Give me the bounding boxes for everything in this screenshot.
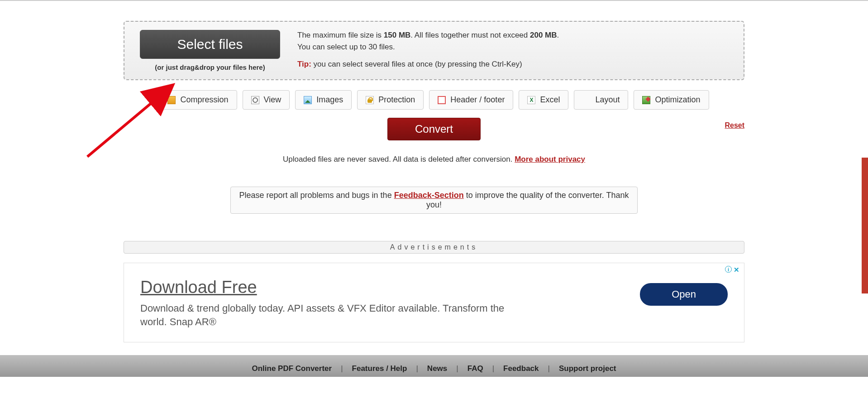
option-tabs: Compression View Images Protection Heade…: [124, 90, 744, 110]
tab-layout[interactable]: Layout: [574, 90, 628, 110]
footer-link[interactable]: Feedback: [503, 364, 539, 373]
feedback-link[interactable]: Feedback-Section: [394, 191, 464, 200]
tab-label: Compression: [180, 95, 228, 105]
main-container: Select files (or just drag&drop your fil…: [124, 21, 744, 342]
tip-line: Tip: you can select several files at onc…: [297, 59, 559, 70]
tab-label: Excel: [540, 95, 560, 105]
upload-info: The maximum file size is 150 MB. All fil…: [285, 30, 559, 70]
tab-view[interactable]: View: [243, 90, 290, 110]
footer-link[interactable]: Support project: [559, 364, 616, 373]
ad-close-icon[interactable]: ✕: [734, 266, 739, 274]
footer-link[interactable]: Online PDF Converter: [252, 364, 332, 373]
ad-description: Download & trend globally today. API ass…: [140, 302, 529, 328]
ad-banner[interactable]: i ✕ Download Free Download & trend globa…: [124, 263, 744, 342]
tab-images[interactable]: Images: [295, 90, 352, 110]
view-icon: [251, 96, 259, 104]
tip-label: Tip:: [297, 60, 311, 68]
drag-drop-hint: (or just drag&drop your files here): [135, 63, 285, 71]
select-files-button[interactable]: Select files: [140, 30, 280, 59]
tab-header-footer[interactable]: Header / footer: [429, 90, 513, 110]
protection-icon: [366, 96, 374, 104]
layout-icon: [582, 96, 591, 104]
ad-content: Download Free Download & trend globally …: [140, 278, 529, 328]
ad-open-button[interactable]: Open: [640, 283, 728, 306]
ad-controls: i ✕: [725, 266, 739, 274]
optimization-icon: [642, 96, 650, 104]
footer-nav: Online PDF Converter| Features / Help| N…: [0, 364, 868, 373]
header-footer-icon: [438, 96, 446, 104]
ad-info-icon[interactable]: i: [725, 266, 732, 273]
file-dropzone[interactable]: Select files (or just drag&drop your fil…: [124, 21, 744, 80]
privacy-link[interactable]: More about privacy: [515, 155, 585, 164]
max-size-line: The maximum file size is 150 MB. All fil…: [297, 30, 559, 41]
tab-label: Header / footer: [450, 95, 505, 105]
footer-link[interactable]: FAQ: [467, 364, 483, 373]
tab-protection[interactable]: Protection: [357, 90, 424, 110]
max-count-line: You can select up to 30 files.: [297, 42, 559, 53]
convert-button[interactable]: Convert: [387, 118, 481, 140]
footer-link[interactable]: Features / Help: [352, 364, 407, 373]
privacy-note: Uploaded files are never saved. All data…: [124, 155, 744, 164]
max-size-value: 150 MB: [384, 31, 411, 39]
footer: Online PDF Converter| Features / Help| N…: [0, 355, 868, 377]
feedback-box: Please report all problems and bugs in t…: [230, 187, 638, 214]
tab-label: View: [264, 95, 281, 105]
tab-optimization[interactable]: Optimization: [634, 90, 709, 110]
top-divider: [0, 0, 868, 1]
max-total-value: 200 MB: [530, 31, 557, 39]
excel-icon: [527, 96, 535, 104]
select-column: Select files (or just drag&drop your fil…: [135, 30, 285, 71]
images-icon: [304, 96, 312, 104]
tab-label: Layout: [595, 95, 620, 105]
right-edge-bar: [862, 158, 868, 293]
convert-row: Convert Reset: [124, 118, 744, 140]
ads-label: Advertisements: [124, 241, 744, 254]
ad-title[interactable]: Download Free: [140, 278, 529, 297]
tab-label: Images: [316, 95, 343, 105]
tab-label: Protection: [378, 95, 415, 105]
tab-compression[interactable]: Compression: [159, 90, 237, 110]
footer-link[interactable]: News: [427, 364, 447, 373]
tab-excel[interactable]: Excel: [519, 90, 568, 110]
tab-label: Optimization: [655, 95, 700, 105]
reset-link[interactable]: Reset: [725, 121, 744, 130]
compression-icon: [167, 96, 176, 104]
